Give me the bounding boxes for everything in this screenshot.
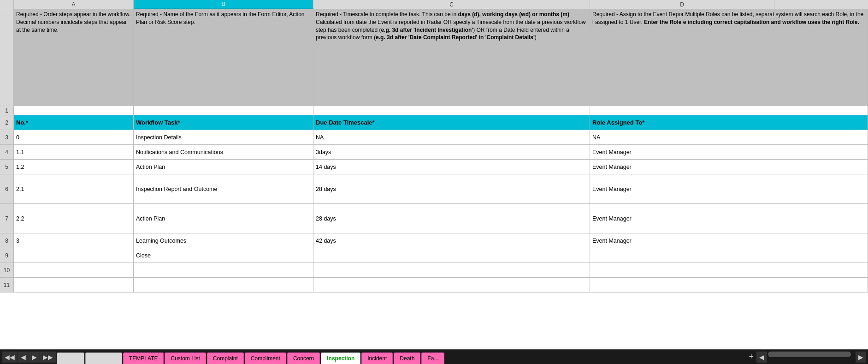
tab-hidden-1[interactable]: [57, 352, 84, 364]
cell-11-d[interactable]: [590, 278, 868, 292]
tab-hidden-2[interactable]: [85, 352, 122, 364]
tab-fa[interactable]: Fa...: [421, 352, 444, 364]
cell-9-d[interactable]: [590, 248, 868, 263]
row-num-6: 6: [0, 174, 14, 203]
cell-1-c[interactable]: [313, 106, 590, 115]
desc-cell-c[interactable]: Required - Timescale to complete the tas…: [313, 9, 590, 106]
tab-concern[interactable]: Concern: [287, 352, 320, 364]
cell-8-d[interactable]: Event Manager: [590, 233, 868, 248]
tab-compliment[interactable]: Compliment: [245, 352, 286, 364]
cell-6-d[interactable]: Event Manager: [590, 174, 868, 203]
cell-9-b[interactable]: Close: [134, 248, 313, 263]
tabs-list: TEMPLATECustom ListComplaintComplimentCo…: [56, 350, 746, 364]
row-num-2: 2: [0, 115, 14, 130]
label-cell-a[interactable]: No.*: [14, 115, 134, 130]
tab-nav-last[interactable]: ▶▶: [40, 352, 56, 363]
desc-row: Required - Order steps appear in the wor…: [0, 9, 868, 106]
label-cell-d[interactable]: Role Assigned To*: [590, 115, 868, 130]
scroll-left-btn[interactable]: ◀: [756, 352, 767, 363]
row-num-11: 11: [0, 278, 14, 292]
tab-template[interactable]: TEMPLATE: [123, 352, 164, 364]
cell-7-a[interactable]: 2.2: [14, 204, 134, 233]
table-row: 8 3 Learning Outcomes 42 days Event Mana…: [0, 233, 868, 248]
tab-inspection[interactable]: Inspection: [321, 352, 360, 364]
desc-cell-d[interactable]: Required - Assign to the Event Repor Mul…: [590, 9, 868, 106]
label-row: 2 No.* Workflow Task* Due Date Timescale…: [0, 115, 868, 130]
label-cell-c[interactable]: Due Date Timescale*: [313, 115, 590, 130]
add-sheet-button[interactable]: +: [746, 352, 756, 362]
cell-6-a[interactable]: 2.1: [14, 174, 134, 203]
cell-11-a[interactable]: [14, 278, 134, 292]
desc-cell-a[interactable]: Required - Order steps appear in the wor…: [14, 9, 134, 106]
tab-nav-first[interactable]: ◀◀: [2, 352, 18, 363]
cell-7-b[interactable]: Action Plan: [134, 204, 313, 233]
cell-3-b[interactable]: Inspection Details: [134, 130, 313, 144]
cell-10-c[interactable]: [313, 263, 590, 277]
row-num-8: 8: [0, 233, 14, 248]
row-num-4: 4: [0, 145, 14, 159]
cell-3-c[interactable]: NA: [313, 130, 590, 144]
row-num-desc: [0, 9, 14, 106]
scroll-right-btn[interactable]: ▶: [856, 352, 866, 363]
label-cell-b[interactable]: Workflow Task*: [134, 115, 313, 130]
desc-text-a: Required - Order steps appear in the wor…: [16, 11, 131, 34]
cell-1-d[interactable]: [590, 106, 868, 115]
cell-6-b[interactable]: Inspection Report and Outcome: [134, 174, 313, 203]
tab-nav-next[interactable]: ▶: [29, 352, 40, 363]
cell-7-c[interactable]: 28 days: [313, 204, 590, 233]
col-header-a[interactable]: A: [14, 0, 134, 9]
row-num-5: 5: [0, 160, 14, 174]
cell-3-a[interactable]: 0: [14, 130, 134, 144]
table-row: 1: [0, 106, 868, 115]
data-rows: 3 0 Inspection Details NA NA 4 1.1 Notif…: [0, 130, 868, 292]
tab-custom-list[interactable]: Custom List: [165, 352, 206, 364]
cell-5-a[interactable]: 1.2: [14, 160, 134, 174]
cell-4-b[interactable]: Notifications and Communications: [134, 145, 313, 159]
column-headers: A B C D: [0, 0, 868, 9]
cell-3-d[interactable]: NA: [590, 130, 868, 144]
row-num-9: 9: [0, 248, 14, 263]
cell-9-c[interactable]: [313, 248, 590, 263]
cell-6-c[interactable]: 28 days: [313, 174, 590, 203]
col-header-d[interactable]: D: [590, 0, 774, 9]
cell-10-a[interactable]: [14, 263, 134, 277]
row-num-3: 3: [0, 130, 14, 144]
cell-8-a[interactable]: 3: [14, 233, 134, 248]
tab-incident[interactable]: Incident: [361, 352, 393, 364]
cell-1-b[interactable]: [134, 106, 313, 115]
row-num-7: 7: [0, 204, 14, 233]
cell-10-b[interactable]: [134, 263, 313, 277]
desc-text-c: Required - Timescale to complete the tas…: [316, 11, 587, 42]
cell-4-c[interactable]: 3days: [313, 145, 590, 159]
table-row: 7 2.2 Action Plan 28 days Event Manager: [0, 204, 868, 233]
cell-1-a[interactable]: [14, 106, 134, 115]
table-row: 4 1.1 Notifications and Communications 3…: [0, 145, 868, 160]
cell-5-c[interactable]: 14 days: [313, 160, 590, 174]
table-body: Required - Order steps appear in the wor…: [0, 9, 868, 349]
table-row: 10: [0, 263, 868, 278]
row-num-10: 10: [0, 263, 14, 277]
desc-cell-b[interactable]: Required - Name of the Form as it appear…: [134, 9, 313, 106]
cell-5-d[interactable]: Event Manager: [590, 160, 868, 174]
label-text-b: Workflow Task*: [136, 119, 180, 126]
cell-8-c[interactable]: 42 days: [313, 233, 590, 248]
cell-4-d[interactable]: Event Manager: [590, 145, 868, 159]
cell-4-a[interactable]: 1.1: [14, 145, 134, 159]
table-row: 9 Close: [0, 248, 868, 263]
cell-7-d[interactable]: Event Manager: [590, 204, 868, 233]
col-header-c[interactable]: C: [313, 0, 590, 9]
tab-death[interactable]: Death: [394, 352, 420, 364]
cell-11-c[interactable]: [313, 278, 590, 292]
cell-5-b[interactable]: Action Plan: [134, 160, 313, 174]
cell-10-d[interactable]: [590, 263, 868, 277]
tab-scrollbar[interactable]: [768, 352, 851, 357]
tab-complaint[interactable]: Complaint: [207, 352, 244, 364]
cell-11-b[interactable]: [134, 278, 313, 292]
tab-nav-prev[interactable]: ◀: [18, 352, 29, 363]
col-header-b[interactable]: B: [134, 0, 313, 9]
table-row: 11: [0, 278, 868, 292]
cell-8-b[interactable]: Learning Outcomes: [134, 233, 313, 248]
cell-9-a[interactable]: [14, 248, 134, 263]
row-num-corner: [0, 0, 14, 9]
spreadsheet: A B C D Required - Order steps appear in…: [0, 0, 868, 349]
